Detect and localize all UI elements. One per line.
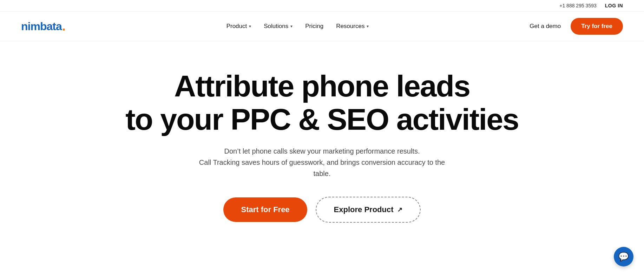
- chat-bubble[interactable]: 💬: [614, 247, 633, 266]
- hero-section: Attribute phone leads to your PPC & SEO …: [0, 41, 644, 244]
- get-demo-link[interactable]: Get a demo: [530, 23, 561, 30]
- nav-pricing-label: Pricing: [305, 23, 323, 30]
- nav-item-resources[interactable]: Resources ▾: [336, 23, 369, 30]
- hero-subtitle-line1: Don’t let phone calls skew your marketin…: [196, 146, 448, 157]
- external-link-icon: ↗: [397, 206, 402, 214]
- nav-product-label: Product: [226, 23, 247, 30]
- top-bar: +1 888 295 3593 LOG IN: [0, 0, 644, 12]
- nav-item-product[interactable]: Product ▾: [226, 23, 251, 30]
- nav-solutions-label: Solutions: [264, 23, 288, 30]
- hero-subtitle: Don’t let phone calls skew your marketin…: [196, 146, 448, 179]
- chevron-down-icon: ▾: [249, 24, 251, 29]
- hero-title-line1: Attribute phone leads: [174, 69, 470, 103]
- chat-icon: 💬: [618, 252, 629, 262]
- try-free-button[interactable]: Try for free: [571, 18, 623, 35]
- hero-cta: Start for Free Explore Product ↗: [223, 197, 420, 223]
- nav-item-solutions[interactable]: Solutions ▾: [264, 23, 293, 30]
- hero-title-line2: to your PPC & SEO activities: [125, 102, 519, 136]
- logo-text: nimbata: [21, 20, 62, 33]
- nav-right: Get a demo Try for free: [530, 18, 623, 35]
- nav-links: Product ▾ Solutions ▾ Pricing Resources …: [226, 23, 369, 30]
- explore-product-button[interactable]: Explore Product ↗: [316, 197, 421, 223]
- logo-dot: .: [62, 20, 66, 33]
- hero-subtitle-line2: Call Tracking saves hours of guesswork, …: [196, 157, 448, 179]
- logo[interactable]: nimbata.: [21, 20, 66, 33]
- explore-product-label: Explore Product: [334, 205, 394, 214]
- hero-title: Attribute phone leads to your PPC & SEO …: [125, 69, 519, 136]
- main-nav: nimbata. Product ▾ Solutions ▾ Pricing R…: [0, 12, 644, 41]
- chevron-down-icon: ▾: [290, 24, 293, 29]
- start-free-button[interactable]: Start for Free: [223, 197, 307, 222]
- chevron-down-icon: ▾: [367, 24, 369, 29]
- phone-number: +1 888 295 3593: [559, 3, 597, 8]
- nav-item-pricing[interactable]: Pricing: [305, 23, 323, 30]
- nav-resources-label: Resources: [336, 23, 364, 30]
- login-link[interactable]: LOG IN: [605, 3, 623, 8]
